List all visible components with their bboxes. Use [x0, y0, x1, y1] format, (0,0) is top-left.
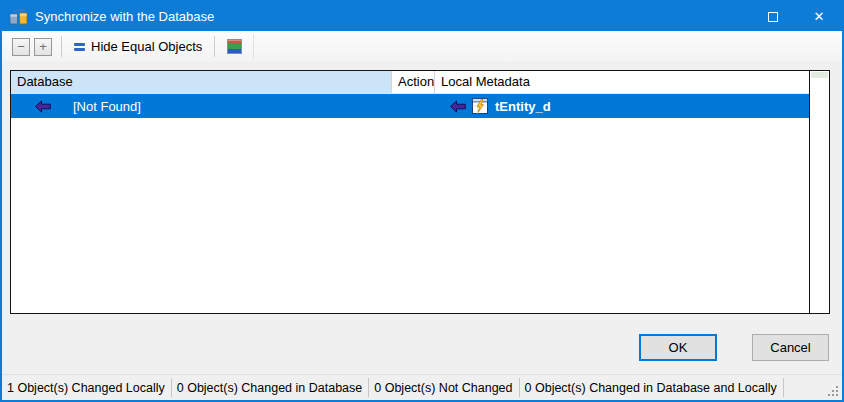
caption-buttons: ✕ — [750, 2, 842, 31]
window-title: Synchronize with the Database — [35, 9, 214, 24]
table-main: Database Action Local Metadata [Not Foun… — [11, 71, 809, 313]
toolbar-separator — [61, 36, 62, 57]
toolbar: − + Hide Equal Objects — [2, 31, 842, 62]
maximize-icon — [768, 12, 778, 22]
legend-colors-icon — [227, 39, 242, 54]
statusbar: 1 Object(s) Changed Locally 0 Object(s) … — [2, 374, 842, 400]
database-cell-label: [Not Found] — [73, 99, 141, 114]
changed-locally-arrow-icon — [450, 100, 466, 113]
toolbar-band-edge — [253, 34, 254, 59]
synchronize-app-icon — [9, 8, 28, 25]
status-separator — [783, 378, 784, 397]
table-header: Database Action Local Metadata — [11, 71, 809, 94]
hide-equal-objects-button[interactable]: Hide Equal Objects — [67, 34, 209, 59]
column-header-action[interactable]: Action — [391, 71, 434, 93]
expand-all-button[interactable]: + — [34, 38, 52, 56]
maximize-button[interactable] — [750, 2, 796, 31]
database-cell: [Not Found] — [11, 99, 391, 114]
close-icon: ✕ — [814, 10, 825, 23]
local-metadata-cell: tEntity_d — [435, 98, 809, 114]
status-changed-locally: 1 Object(s) Changed Locally — [2, 381, 171, 395]
status-changed-both: 0 Object(s) Changed in Database and Loca… — [520, 381, 783, 395]
equals-icon — [74, 41, 85, 53]
synchronize-dialog-window: Synchronize with the Database ✕ − + Hide… — [0, 0, 844, 402]
close-button[interactable]: ✕ — [796, 2, 842, 31]
table-row[interactable]: [Not Found] tEntity_d — [11, 94, 809, 118]
changed-locally-arrow-icon — [35, 100, 51, 113]
cancel-button[interactable]: Cancel — [752, 334, 829, 361]
toolbar-separator-2 — [214, 36, 215, 57]
hide-equal-objects-label: Hide Equal Objects — [91, 39, 202, 54]
plus-icon: + — [39, 40, 47, 53]
vertical-scrollbar[interactable] — [809, 71, 829, 313]
local-metadata-label: tEntity_d — [495, 99, 551, 114]
status-not-changed: 0 Object(s) Not Changed — [369, 381, 518, 395]
scrollbar-top-cap — [811, 72, 828, 78]
titlebar[interactable]: Synchronize with the Database ✕ — [2, 2, 842, 31]
column-header-local-metadata[interactable]: Local Metadata — [434, 71, 809, 93]
ok-button[interactable]: OK — [639, 334, 717, 361]
legend-colors-button[interactable] — [220, 34, 249, 59]
collapse-all-button[interactable]: − — [12, 38, 30, 56]
sync-objects-table: Database Action Local Metadata [Not Foun… — [10, 70, 830, 314]
entity-table-icon — [472, 98, 488, 114]
status-changed-in-database: 0 Object(s) Changed in Database — [172, 381, 369, 395]
column-header-database[interactable]: Database — [11, 71, 391, 93]
minus-icon: − — [17, 40, 25, 53]
resize-grip[interactable] — [826, 384, 839, 397]
